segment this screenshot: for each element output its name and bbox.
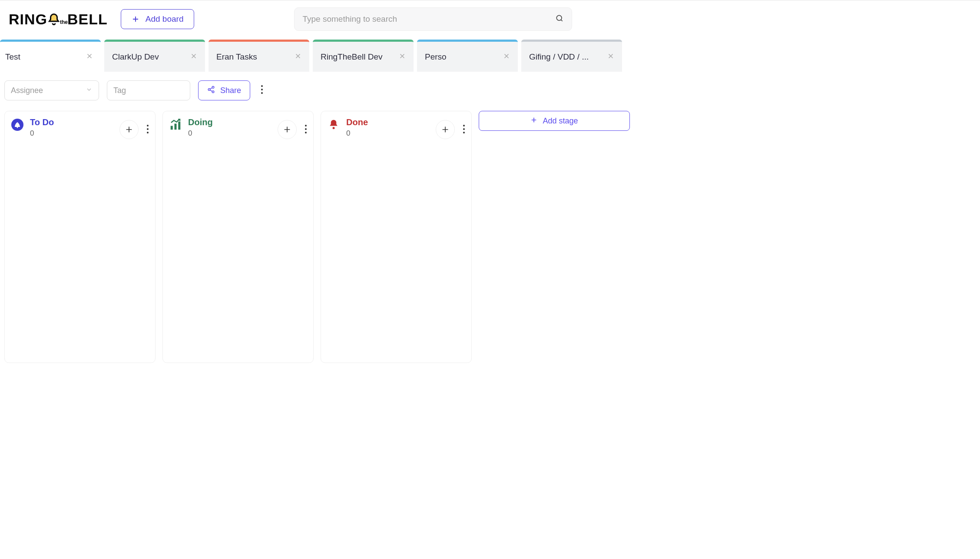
rocket-icon — [11, 118, 24, 131]
svg-rect-11 — [171, 126, 173, 130]
search-container — [294, 7, 572, 31]
chart-icon — [169, 118, 182, 131]
logo-text-the: the — [60, 19, 68, 25]
add-board-label: Add board — [146, 14, 184, 24]
stage-title: To Do — [30, 117, 113, 127]
share-button[interactable]: Share — [198, 80, 250, 100]
header: RING the BELL Add board — [0, 0, 980, 40]
board-tab[interactable]: Gifing / VDD / ... — [521, 40, 622, 72]
share-label: Share — [220, 86, 241, 95]
svg-point-9 — [147, 128, 149, 130]
svg-point-20 — [463, 132, 465, 133]
stage-title-block: Doing0 — [188, 117, 271, 138]
stage-title: Done — [346, 117, 430, 127]
svg-point-19 — [463, 128, 465, 130]
close-icon[interactable] — [399, 52, 406, 62]
svg-point-17 — [333, 127, 335, 129]
close-icon[interactable] — [190, 52, 197, 62]
tab-label: Perso — [425, 52, 447, 62]
assignee-select[interactable]: Assignee — [4, 80, 99, 100]
svg-point-10 — [147, 132, 149, 133]
chevron-down-icon — [86, 86, 93, 95]
logo-text-left: RING — [9, 11, 47, 28]
stage-header: Done0 — [321, 111, 471, 143]
share-icon — [207, 86, 215, 96]
close-icon[interactable] — [607, 52, 614, 62]
add-stage-label: Add stage — [543, 116, 578, 126]
stage-title: Doing — [188, 117, 271, 127]
stage-header: To Do0 — [5, 111, 155, 143]
tab-label: Test — [5, 52, 20, 62]
stage-more-button[interactable] — [146, 124, 149, 136]
stage-count: 0 — [188, 129, 271, 138]
board-columns: To Do0Doing0Done0Add stage — [0, 106, 980, 363]
search-icon[interactable] — [555, 14, 564, 24]
svg-point-14 — [305, 125, 307, 126]
stage-count: 0 — [346, 129, 430, 138]
svg-rect-12 — [175, 124, 177, 130]
board-tab[interactable]: Eran Tasks — [209, 40, 309, 72]
stage-column: Done0 — [321, 111, 472, 363]
stage-title-block: To Do0 — [30, 117, 113, 138]
tab-label: RingTheBell Dev — [321, 52, 383, 62]
stage-header: Doing0 — [163, 111, 313, 143]
svg-point-6 — [261, 92, 263, 94]
tag-placeholder: Tag — [113, 86, 126, 95]
board-tab[interactable]: Perso — [417, 40, 518, 72]
plus-icon — [132, 15, 139, 23]
svg-point-16 — [305, 132, 307, 133]
close-icon[interactable] — [295, 52, 301, 62]
add-stage-button[interactable]: Add stage — [479, 111, 630, 131]
tab-label: ClarkUp Dev — [112, 52, 159, 62]
search-input[interactable] — [302, 14, 555, 24]
board-tab[interactable]: ClarkUp Dev — [104, 40, 205, 72]
svg-rect-13 — [178, 122, 180, 130]
svg-point-8 — [147, 125, 149, 126]
svg-point-1 — [212, 86, 214, 88]
svg-point-15 — [305, 128, 307, 130]
tab-label: Gifing / VDD / ... — [529, 52, 589, 62]
add-card-button[interactable] — [436, 120, 455, 139]
close-icon[interactable] — [86, 52, 93, 62]
logo: RING the BELL — [9, 11, 108, 28]
stage-count: 0 — [30, 129, 113, 138]
close-icon[interactable] — [503, 52, 510, 62]
bell-icon — [327, 118, 340, 131]
plus-icon — [530, 116, 537, 126]
bell-icon — [46, 12, 62, 28]
add-card-button[interactable] — [278, 120, 297, 139]
board-toolbar: Assignee Tag Share — [0, 72, 980, 106]
stage-more-button[interactable] — [305, 124, 307, 136]
board-tab[interactable]: Test — [0, 40, 101, 72]
tab-label: Eran Tasks — [216, 52, 257, 62]
stage-column: Doing0 — [162, 111, 314, 363]
board-tabs: TestClarkUp DevEran TasksRingTheBell Dev… — [0, 40, 980, 72]
board-more-button[interactable] — [258, 82, 266, 99]
svg-point-5 — [261, 89, 263, 90]
tag-select[interactable]: Tag — [107, 80, 190, 100]
add-card-button[interactable] — [119, 120, 139, 139]
assignee-placeholder: Assignee — [11, 86, 43, 95]
stage-more-button[interactable] — [463, 124, 465, 136]
stage-column: To Do0 — [4, 111, 156, 363]
svg-point-2 — [208, 88, 210, 90]
svg-point-18 — [463, 125, 465, 126]
logo-text-right: BELL — [67, 11, 108, 28]
svg-point-0 — [557, 15, 562, 20]
stage-title-block: Done0 — [346, 117, 430, 138]
board-tab[interactable]: RingTheBell Dev — [313, 40, 414, 72]
svg-point-4 — [261, 85, 263, 87]
svg-point-3 — [212, 91, 214, 93]
add-board-button[interactable]: Add board — [121, 9, 195, 29]
